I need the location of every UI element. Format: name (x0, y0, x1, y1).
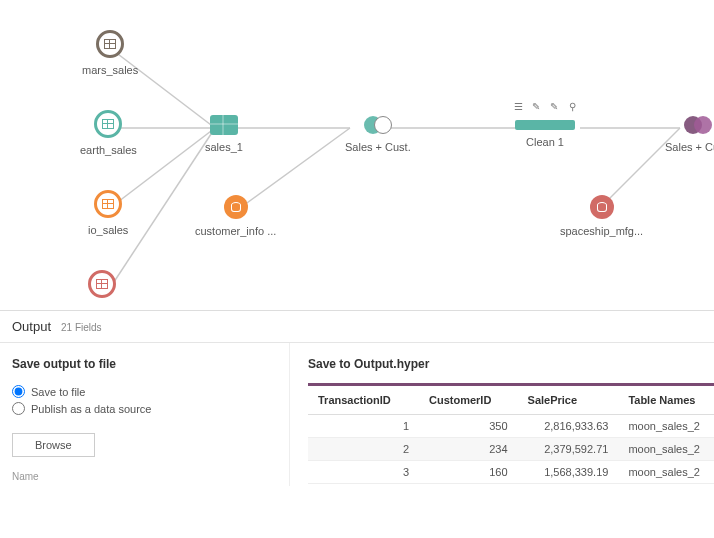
radio-publish[interactable]: Publish as a data source (12, 402, 277, 415)
node-sales-1[interactable]: sales_1 (205, 115, 243, 153)
table-row[interactable]: 3 160 1,568,339.19 moon_sales_2 (308, 461, 714, 484)
save-heading: Save output to file (12, 357, 277, 371)
filter-icon: ⚲ (565, 100, 579, 112)
node-customer-info[interactable]: customer_info ... (195, 195, 276, 237)
flow-canvas[interactable]: mars_sales earth_sales io_sales sales_1 … (0, 0, 714, 310)
table-row[interactable]: 2 234 2,379,592.71 moon_sales_2 (308, 438, 714, 461)
output-panel: Output 21 Fields Save output to file Sav… (0, 310, 714, 486)
fields-count: 21 Fields (61, 322, 102, 333)
output-preview-pane: Save to Output.hyper TransactionID Custo… (290, 343, 714, 486)
node-mars-sales[interactable]: mars_sales (82, 30, 138, 76)
node-label: Clean 1 (526, 136, 564, 148)
node-spaceship-mfg[interactable]: spaceship_mfg... (560, 195, 643, 237)
clean-icon (515, 120, 575, 130)
node-earth-sales[interactable]: earth_sales (80, 110, 137, 156)
output-header: Output 21 Fields (0, 311, 714, 343)
node-io-sales[interactable]: io_sales (88, 190, 128, 236)
col-header[interactable]: Table Names (618, 386, 714, 415)
union-icon (210, 115, 238, 135)
radio-input[interactable] (12, 402, 25, 415)
node-label: spaceship_mfg... (560, 225, 643, 237)
node-clean-1[interactable]: ☰ ✎ ✎ ⚲ Clean 1 (515, 110, 575, 148)
rename-icon: ✎ (529, 100, 543, 112)
node-label: earth_sales (80, 144, 137, 156)
output-settings-pane: Save output to file Save to file Publish… (0, 343, 290, 486)
browse-button[interactable]: Browse (12, 433, 95, 457)
radio-input[interactable] (12, 385, 25, 398)
preview-table: TransactionID CustomerID SalePrice Table… (308, 386, 714, 484)
database-icon (224, 195, 248, 219)
edit-icon: ✎ (547, 100, 561, 112)
preview-title: Save to Output.hyper (308, 357, 714, 371)
node-label: sales_1 (205, 141, 243, 153)
name-field-label: Name (12, 471, 277, 482)
node-label: mars_sales (82, 64, 138, 76)
join-icon (364, 115, 392, 135)
node-join-2[interactable]: Sales + Cust. (665, 115, 714, 153)
table-row[interactable]: 1 350 2,816,933.63 moon_sales_2 (308, 415, 714, 438)
join-icon (684, 115, 712, 135)
database-icon (590, 195, 614, 219)
col-header[interactable]: SalePrice (518, 386, 619, 415)
radio-label: Publish as a data source (31, 403, 151, 415)
col-header[interactable]: TransactionID (308, 386, 419, 415)
node-label: io_sales (88, 224, 128, 236)
output-title: Output (12, 319, 51, 334)
clean-toolbar: ☰ ✎ ✎ ⚲ (511, 100, 579, 112)
node-label: Sales + Cust. (345, 141, 411, 153)
radio-label: Save to file (31, 386, 85, 398)
node-join-1[interactable]: Sales + Cust. (345, 115, 411, 153)
radio-save-to-file[interactable]: Save to file (12, 385, 277, 398)
list-icon: ☰ (511, 100, 525, 112)
node-moon-sales[interactable] (88, 270, 116, 304)
col-header[interactable]: CustomerID (419, 386, 518, 415)
node-label: customer_info ... (195, 225, 276, 237)
node-label: Sales + Cust. (665, 141, 714, 153)
